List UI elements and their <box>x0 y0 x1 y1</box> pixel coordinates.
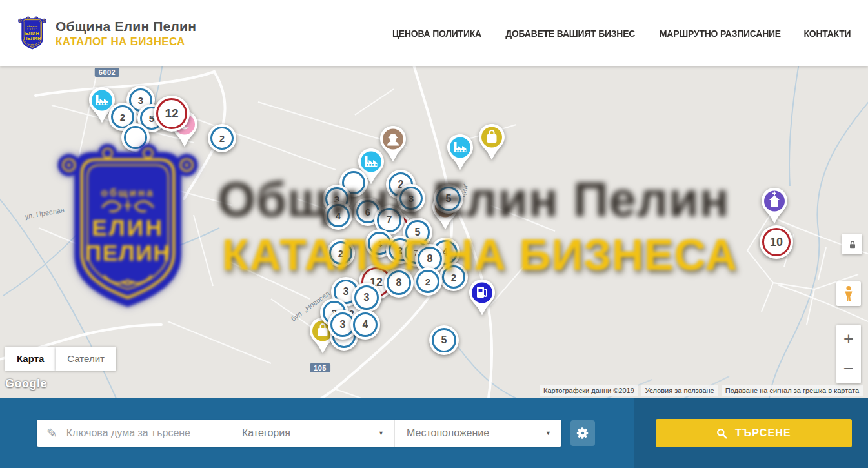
page: общинаЕЛИНПЕЛИН Община Елин Пелин КАТАЛО… <box>0 0 868 468</box>
pin-bag[interactable] <box>477 123 507 163</box>
cluster-marker[interactable]: 12 <box>154 96 190 132</box>
attribution-text: Картографски данни ©2019 <box>540 385 638 396</box>
pin-church[interactable] <box>760 187 789 227</box>
map-canvas[interactable]: ул. Преславбул. „Новоселции" 6002105 325… <box>0 66 868 398</box>
chevron-down-icon: ▼ <box>378 430 384 436</box>
map-attribution: Картографски данни ©2019Условия за ползв… <box>536 385 863 396</box>
svg-text:община: община <box>27 25 38 27</box>
search-button-label: ТЪРСЕНЕ <box>735 427 791 439</box>
svg-text:ЕЛИН: ЕЛИН <box>25 31 39 36</box>
cluster-marker[interactable]: 8 <box>384 268 414 298</box>
gear-icon <box>576 426 590 440</box>
cluster-marker[interactable]: 2 <box>327 239 355 267</box>
pencil-icon: ✎ <box>46 425 57 441</box>
cluster-marker[interactable] <box>121 123 150 152</box>
cluster-marker[interactable]: 10 <box>760 225 793 259</box>
svg-text:ПЕЛИН: ПЕЛИН <box>24 36 41 41</box>
zoom-control: + − <box>836 325 861 383</box>
road-number-badge: 105 <box>310 363 330 372</box>
main-nav: ЦЕНОВА ПОЛИТИКАДОБАВЕТЕ ВАШИЯТ БИЗНЕСМАР… <box>390 28 852 39</box>
cluster-marker[interactable]: 3 <box>397 184 425 212</box>
street-view-pegman[interactable] <box>836 281 861 306</box>
lock-icon <box>847 239 858 250</box>
cluster-marker[interactable]: 2 <box>208 124 236 152</box>
location-select[interactable]: Местоположение ▼ <box>395 420 561 447</box>
map-type-satellite-button[interactable]: Сателит <box>56 347 116 371</box>
advanced-settings-button[interactable] <box>570 420 595 446</box>
category-select[interactable]: Категория ▼ <box>230 420 395 447</box>
search-button[interactable]: ТЪРСЕНЕ <box>656 419 852 447</box>
search-fields: ✎ Категория ▼ Местоположение ▼ <box>37 420 561 447</box>
cluster-marker[interactable]: 4 <box>324 201 352 230</box>
map-type-map-button[interactable]: Карта <box>5 347 56 371</box>
cluster-marker[interactable]: 5 <box>429 325 459 355</box>
cluster-marker[interactable]: 4 <box>350 310 380 340</box>
attribution-link[interactable]: Условия за ползване <box>641 385 718 396</box>
attribution-link[interactable]: Подаване на сигнал за грешка в картата <box>722 385 863 396</box>
cluster-marker[interactable]: 2 <box>414 267 442 296</box>
cluster-marker[interactable]: 5 <box>434 184 463 214</box>
keyword-section: ✎ <box>37 420 230 447</box>
map-type-control: Карта Сателит <box>5 347 116 371</box>
brand[interactable]: общинаЕЛИНПЕЛИН Община Елин Пелин КАТАЛО… <box>17 15 196 52</box>
lock-button[interactable] <box>842 234 862 254</box>
cluster-marker[interactable]: 2 <box>439 263 468 291</box>
search-panel: ✎ Категория ▼ Местоположение ▼ Т <box>0 398 868 468</box>
zoom-in-button[interactable]: + <box>836 325 861 354</box>
pegman-icon <box>842 285 856 302</box>
zoom-out-button[interactable]: − <box>836 354 861 383</box>
keyword-input[interactable] <box>65 427 223 440</box>
brand-text: Община Елин Пелин КАТАЛОГ НА БИЗНЕСА <box>56 19 196 48</box>
category-select-label: Категория <box>242 427 290 439</box>
municipality-logo: общинаЕЛИНПЕЛИН <box>17 15 47 52</box>
cluster-marker[interactable]: 3 <box>352 283 381 312</box>
site-subtitle: КАТАЛОГ НА БИЗНЕСА <box>56 36 196 48</box>
nav-item[interactable]: ДОБАВЕТЕ ВАШИЯТ БИЗНЕС <box>505 28 635 39</box>
location-select-label: Местоположение <box>407 427 489 439</box>
search-icon <box>716 428 727 439</box>
pin-factory[interactable] <box>445 134 475 174</box>
road-number-badge: 6002 <box>95 68 119 77</box>
site-title: Община Елин Пелин <box>56 19 196 34</box>
google-logo[interactable]: Google <box>5 377 47 391</box>
nav-item[interactable]: КОНТАКТИ <box>804 28 851 39</box>
header: общинаЕЛИНПЕЛИН Община Елин Пелин КАТАЛО… <box>0 0 868 66</box>
nav-item[interactable]: МАРШРУТНО РАЗПИСАНИЕ <box>660 28 781 39</box>
nav-item[interactable]: ЦЕНОВА ПОЛИТИКА <box>392 28 481 39</box>
pin-fuel[interactable] <box>467 279 497 319</box>
chevron-down-icon: ▼ <box>545 430 551 436</box>
